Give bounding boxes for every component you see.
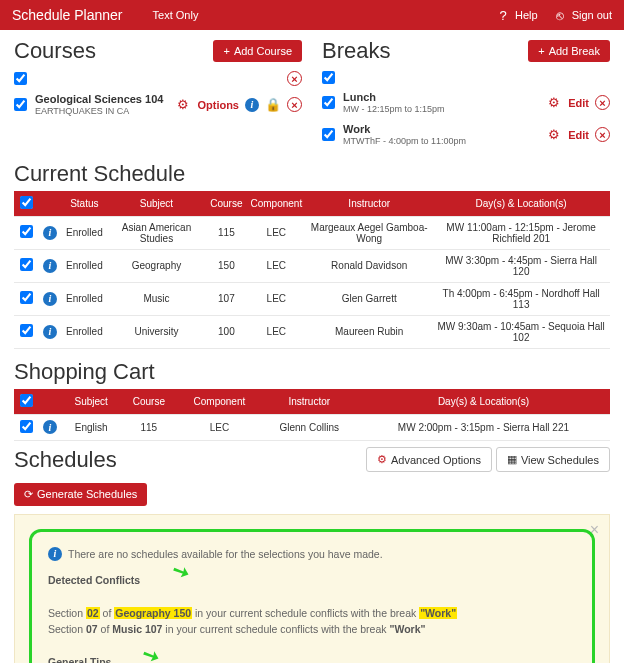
row-checkbox[interactable] [20,258,33,271]
plus-icon: + [538,45,544,57]
course-checkbox[interactable] [14,72,27,85]
delete-icon[interactable]: × [287,97,302,112]
view-schedules-button[interactable]: ▦View Schedules [496,447,610,472]
conflict-line: Section 02 of Geography 150 in your curr… [48,605,576,621]
table-row: iEnrolledGeography150LECRonald DavidsonM… [14,249,610,282]
break-time: MW - 12:15pm to 1:15pm [343,104,540,116]
advanced-options-button[interactable]: ⚙Advanced Options [366,447,492,472]
delete-icon[interactable]: × [595,95,610,110]
alert-message: There are no schedules available for the… [68,546,383,562]
info-icon[interactable]: i [43,259,57,273]
gear-icon[interactable]: ⚙ [546,127,562,143]
text-only-link[interactable]: Text Only [153,9,199,21]
break-title: Lunch [343,90,540,104]
table-row: iEnrolledUniversity100LECMaureen RubinMW… [14,315,610,348]
break-row: Lunch MW - 12:15pm to 1:15pm ⚙ Edit × [322,87,610,119]
plus-icon: + [223,45,229,57]
break-title: Work [343,122,540,136]
signout-link[interactable]: ⎋Sign out [552,7,612,23]
course-title: Geological Sciences 104 [35,92,169,106]
info-icon[interactable]: i [43,325,57,339]
generate-schedules-button[interactable]: ⟳Generate Schedules [14,483,147,506]
info-icon[interactable]: i [43,226,57,240]
break-row: Work MTWThF - 4:00pm to 11:00pm ⚙ Edit × [322,119,610,151]
current-schedule-heading: Current Schedule [14,161,610,187]
break-row [322,68,610,87]
gear-icon[interactable]: ⚙ [546,95,562,111]
select-all-checkbox[interactable] [20,196,33,209]
course-checkbox[interactable] [14,98,27,111]
edit-link[interactable]: Edit [568,97,589,109]
info-icon[interactable]: i [43,420,57,434]
help-link[interactable]: ?Help [495,7,538,23]
course-subtitle: EARTHQUAKES IN CA [35,106,169,118]
info-icon[interactable]: i [43,292,57,306]
info-icon: i [48,547,62,561]
courses-heading: Courses [14,38,213,64]
row-checkbox[interactable] [20,324,33,337]
delete-icon[interactable]: × [287,71,302,86]
courses-panel: Courses +Add Course × Geological Science… [14,38,302,151]
shopping-cart-heading: Shopping Cart [14,359,610,385]
app-title: Schedule Planner [12,7,123,23]
gear-icon: ⚙ [377,453,387,466]
break-checkbox[interactable] [322,128,335,141]
current-schedule-table: StatusSubjectCourseComponentInstructorDa… [14,191,610,349]
gear-icon[interactable]: ⚙ [175,97,191,113]
options-link[interactable]: Options [197,99,239,111]
table-row: iEnrolledMusic107LECGlen GarrettTh 4:00p… [14,282,610,315]
breaks-panel: Breaks +Add Break Lunch MW - 12:15pm to … [322,38,610,151]
topbar: Schedule Planner Text Only ?Help ⎋Sign o… [0,0,624,30]
add-course-button[interactable]: +Add Course [213,40,302,62]
delete-icon[interactable]: × [595,127,610,142]
schedules-heading: Schedules [14,447,366,473]
info-icon[interactable]: i [245,98,259,112]
shopping-cart-table: SubjectCourseComponentInstructorDay(s) &… [14,389,610,441]
course-row: × [14,68,302,89]
detected-conflicts-heading: Detected Conflicts [48,574,140,586]
break-time: MTWThF - 4:00pm to 11:00pm [343,136,540,148]
break-checkbox[interactable] [322,71,335,84]
general-tips-heading: General Tips [48,656,111,663]
table-row: iEnglish115LECGlenn CollinsMW 2:00pm - 3… [14,414,610,440]
break-checkbox[interactable] [322,96,335,109]
row-checkbox[interactable] [20,225,33,238]
alert-panel: × ➘ ➘ iThere are no schedules available … [14,514,610,663]
row-checkbox[interactable] [20,420,33,433]
row-checkbox[interactable] [20,291,33,304]
refresh-icon: ⟳ [24,488,33,501]
calendar-icon: ▦ [507,453,517,466]
edit-link[interactable]: Edit [568,129,589,141]
help-icon: ? [495,7,511,23]
course-row: Geological Sciences 104 EARTHQUAKES IN C… [14,89,302,121]
add-break-button[interactable]: +Add Break [528,40,610,62]
table-row: iEnrolledAsian American Studies115LECMar… [14,216,610,249]
lock-icon: 🔒 [265,97,281,113]
signout-icon: ⎋ [552,7,568,23]
breaks-heading: Breaks [322,38,528,64]
select-all-checkbox[interactable] [20,394,33,407]
conflict-line: Section 07 of Music 107 in your current … [48,621,576,637]
